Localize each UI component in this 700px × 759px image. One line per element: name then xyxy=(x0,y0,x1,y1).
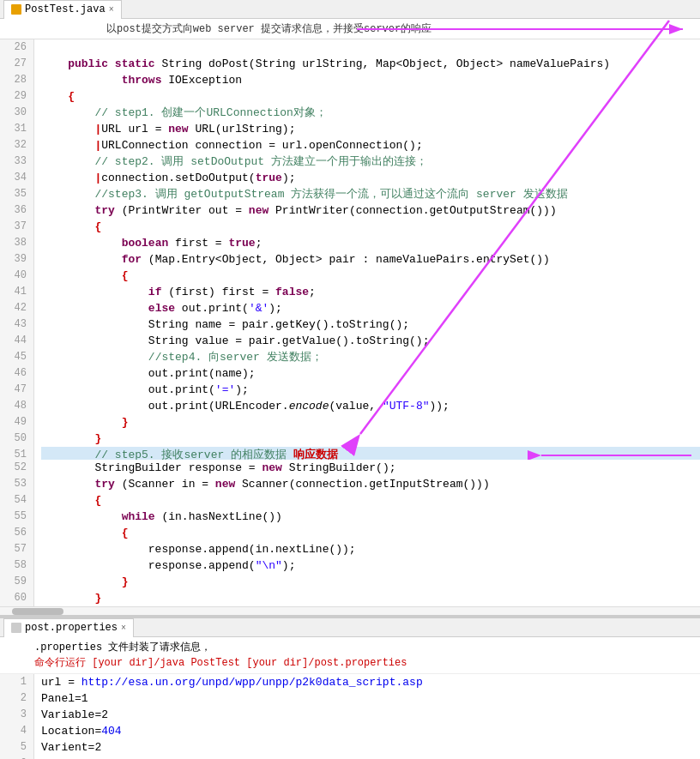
code-line-55: while (in.hasNextLine()) xyxy=(41,509,700,525)
properties-file-icon xyxy=(11,623,21,633)
code-line-41: if (first) first = false; xyxy=(41,284,700,300)
code-line-30: // step1. 创建一个URLConnection对象； xyxy=(41,105,700,121)
code-line-29: { xyxy=(41,88,700,105)
java-file-icon xyxy=(11,4,21,15)
prop-linenum-5: 5 xyxy=(0,739,34,756)
code-line-49: } xyxy=(41,414,700,431)
code-line-28: throws IOException xyxy=(41,72,700,88)
code-line-36: try (PrintWriter out = new PrintWriter(c… xyxy=(41,202,700,219)
properties-annotation-line2: 命令行运行 [your dir]/java PostTest [your dir… xyxy=(34,657,407,669)
line-numbers: 26 27 28 29 30 31 32 33 34 35 36 37 38 3… xyxy=(0,39,34,460)
line-numbers-2: 52 53 54 55 56 57 58 59 60 xyxy=(0,460,34,606)
prop-line-1: 1 url = http://esa.un.org/unpd/wpp/unpp/… xyxy=(0,674,700,690)
code-line-40: { xyxy=(41,268,700,284)
properties-code: 1 url = http://esa.un.org/unpd/wpp/unpp/… xyxy=(0,674,700,759)
properties-section: post.properties × .properties 文件封装了请求信息，… xyxy=(0,617,700,759)
horizontal-scrollbar[interactable] xyxy=(0,606,700,617)
code-line-58: response.append("\n"); xyxy=(41,557,700,574)
code-line-52: StringBuilder response = new StringBuild… xyxy=(41,460,700,476)
code-lines-2: StringBuilder response = new StringBuild… xyxy=(34,460,700,606)
code-line-57: response.append(in.nextLine()); xyxy=(41,541,700,557)
code-line-46: out.print(name); xyxy=(41,365,700,382)
code-line-35: //step3. 调用 getOutputStream 方法获得一个流，可以通过… xyxy=(41,186,700,202)
code-line-60: } xyxy=(41,590,700,606)
code-line-53: try (Scanner in = new Scanner(connection… xyxy=(41,476,700,492)
code-area: 26 27 28 29 30 31 32 33 34 35 36 37 38 3… xyxy=(0,39,700,460)
prop-line-6: 6 StartYear=1950 xyxy=(0,756,700,759)
code-line-47: out.print('='); xyxy=(41,382,700,398)
code-line-43: String name = pair.getKey().toString(); xyxy=(41,316,700,333)
code-lines: public static String doPost(String urlSt… xyxy=(34,39,700,460)
code-line-48: out.print(URLEncoder.encode(value, "UTF-… xyxy=(41,398,700,414)
code-line-50: } xyxy=(41,431,700,447)
prop-linenum-4: 4 xyxy=(0,723,34,739)
code-line-33: // step2. 调用 setDoOutput 方法建立一个用于输出的连接； xyxy=(41,154,700,170)
pink-arrow-to-line51 xyxy=(537,449,700,460)
prop-linenum-6: 6 xyxy=(0,756,34,759)
properties-annotation-line1: .properties 文件封装了请求信息， xyxy=(34,642,211,654)
code-line-42: else out.print('&'); xyxy=(41,300,700,316)
properties-annotation: .properties 文件封装了请求信息， 命令行运行 [your dir]/… xyxy=(0,637,700,674)
code-editor: 26 27 28 29 30 31 32 33 34 35 36 37 38 3… xyxy=(0,39,700,460)
code-line-32: |URLConnection connection = url.openConn… xyxy=(41,137,700,154)
prop-linenum-2: 2 xyxy=(0,690,34,707)
main-tab-close[interactable]: × xyxy=(109,5,114,15)
prop-line-2: 2 Panel=1 xyxy=(0,690,700,707)
code-line-51: // step5. 接收server 的相应数据 响应数据 xyxy=(41,447,700,460)
pink-arrow xyxy=(357,19,700,39)
code-line-44: String value = pair.getValue().toString(… xyxy=(41,333,700,349)
code-line-54: { xyxy=(41,492,700,509)
prop-content-2: Panel=1 xyxy=(34,690,88,707)
properties-tab-bar: post.properties × xyxy=(0,618,700,637)
code-line-39: for (Map.Entry<Object, Object> pair : na… xyxy=(41,251,700,268)
prop-line-4: 4 Location=404 xyxy=(0,723,700,739)
prop-content-1: url = http://esa.un.org/unpd/wpp/unpp/p2… xyxy=(34,674,423,690)
main-tab[interactable]: PostTest.java × xyxy=(3,0,122,19)
code-section-2: 52 53 54 55 56 57 58 59 60 StringBuilder… xyxy=(0,460,700,606)
properties-tab[interactable]: post.properties × xyxy=(3,618,134,637)
properties-tab-close[interactable]: × xyxy=(121,623,126,633)
prop-content-4: Location=404 xyxy=(34,723,122,739)
code-line-27: public static String doPost(String urlSt… xyxy=(41,56,700,72)
annotation-bar: 以post提交方式向web server 提交请求信息，并接受server的响应 xyxy=(0,19,700,39)
prop-content-5: Varient=2 xyxy=(34,739,101,756)
prop-line-3: 3 Variable=2 xyxy=(0,707,700,723)
code-line-56: { xyxy=(41,525,700,541)
code-line-26 xyxy=(41,39,700,56)
prop-line-5: 5 Varient=2 xyxy=(0,739,700,756)
tab-bar: PostTest.java × xyxy=(0,0,700,19)
code-line-45: //step4. 向server 发送数据； xyxy=(41,349,700,365)
code-line-37: { xyxy=(41,219,700,235)
code-line-31: |URL url = new URL(urlString); xyxy=(41,121,700,137)
prop-linenum-3: 3 xyxy=(0,707,34,723)
code-line-38: boolean first = true; xyxy=(41,235,700,251)
main-tab-label: PostTest.java xyxy=(25,3,106,15)
scrollbar-thumb[interactable] xyxy=(12,608,63,615)
code-line-34: |connection.setDoOutput(true); xyxy=(41,170,700,186)
code-line-59: } xyxy=(41,574,700,590)
prop-content-3: Variable=2 xyxy=(34,707,108,723)
prop-linenum-1: 1 xyxy=(0,674,34,690)
properties-tab-label: post.properties xyxy=(25,622,118,634)
prop-content-6: StartYear=1950 xyxy=(34,756,135,759)
